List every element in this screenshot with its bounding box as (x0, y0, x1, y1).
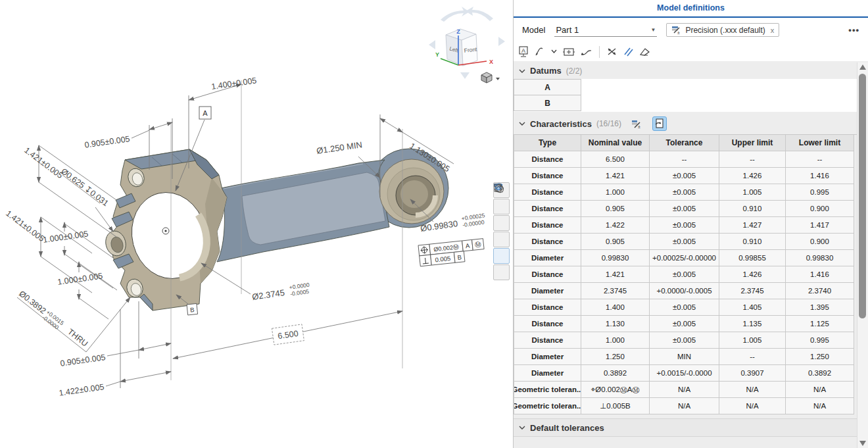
table-row[interactable]: Diameter0.99830+0.00025/-0.000000.998550… (514, 250, 857, 266)
characteristics-table: TypeNominal valueToleranceUpper limitLow… (514, 134, 857, 414)
dimension-1421-a[interactable]: 1.421±0.005 (22, 145, 116, 237)
viewport-side-toolbar (493, 182, 510, 280)
row-type-cell: Distance (514, 266, 581, 283)
row-value-cell: 1.421 (581, 168, 650, 184)
characteristics-section-header[interactable]: Characteristics (16/16) ± (514, 112, 868, 134)
dimension-tool-button[interactable] (535, 47, 545, 57)
feature-control-frame[interactable]: Ø0.002Ⓜ A Ⓜ 0.005 B (418, 239, 485, 266)
row-value-cell: N/A (650, 398, 719, 414)
table-row[interactable]: Distance1.421±0.0051.4261.416 (514, 266, 857, 283)
table-row[interactable]: Distance0.905±0.0050.9100.900 (514, 234, 857, 250)
table-row[interactable]: Distance0.905±0.0050.9100.900 (514, 201, 857, 217)
svg-text:0.905±0.005: 0.905±0.005 (60, 353, 107, 368)
pmi-table-view-button[interactable] (493, 199, 510, 214)
panel-scrollbar[interactable] (857, 62, 868, 448)
row-type-cell: Distance (514, 151, 581, 168)
scroll-down-icon[interactable] (859, 441, 866, 446)
row-type-cell: Diameter (514, 283, 581, 299)
panel-tab-model-definitions[interactable]: Model definitions (514, 0, 868, 18)
row-value-cell: +0.0015/-0.0000 (650, 365, 719, 382)
row-type-cell: Diameter (514, 250, 581, 266)
app-window: 1.400±0.005 0.905±0.005 A (0, 0, 868, 448)
row-value-cell: ±0.005 (650, 201, 719, 217)
annotation-plane-button[interactable] (493, 264, 510, 280)
display-mode-button[interactable] (481, 72, 500, 83)
curved-leader-button[interactable] (581, 47, 592, 57)
table-row[interactable]: Distance6.500------ (514, 151, 857, 168)
toolbar-divider (599, 46, 600, 58)
row-value-cell: ±0.005 (650, 299, 719, 316)
default-tolerances-section-header[interactable]: Default tolerances (514, 418, 868, 437)
row-type-cell: Distance (514, 168, 581, 184)
datum-label: B (514, 95, 581, 111)
row-value-cell: 1.395 (786, 299, 854, 316)
row-value-cell: 1.421 (581, 266, 650, 283)
dimension-1400[interactable]: 1.400±0.005 (189, 76, 257, 168)
rotate-model-button[interactable] (493, 215, 510, 231)
table-row[interactable]: Distance1.000±0.0051.0050.995 (514, 332, 857, 349)
table-row[interactable]: Distance1.130±0.0051.1351.125 (514, 316, 857, 332)
svg-text:Ø1.250 MIN: Ø1.250 MIN (316, 139, 362, 156)
display-mode-caret-icon (496, 78, 500, 80)
datum-annotation-button[interactable]: A (518, 46, 529, 57)
table-row[interactable]: Geometric toleran...⌖Ø0.002ⓂAⓂN/AN/AN/A (514, 382, 857, 398)
edit-tolerances-icon: ± (631, 119, 642, 129)
thru-hole-note[interactable]: Ø0.3892 +0.0015 -0.0000 THRU (15, 289, 130, 352)
table-row[interactable]: Distance1.000±0.0051.0050.995 (514, 184, 857, 201)
chevron-down-icon (519, 122, 525, 126)
snapshot-view-button[interactable] (493, 232, 510, 247)
row-value-cell: -- (719, 151, 786, 168)
table-row[interactable]: Diameter2.3745+0.0000/-0.00052.37452.374… (514, 283, 857, 299)
row-value-cell: MIN (650, 349, 719, 365)
row-value-cell: -- (719, 349, 786, 365)
view-cube[interactable]: Left Front Z Y X (429, 7, 505, 83)
display-state-button[interactable] (493, 248, 510, 264)
axis-z-label: Z (456, 28, 460, 35)
row-type-cell: Diameter (514, 365, 581, 382)
chip-close-button[interactable]: x (771, 26, 775, 34)
precision-chip[interactable]: ± Precision (.xxx default) x (666, 23, 779, 37)
curved-leader-icon (581, 47, 592, 57)
counterbore-note[interactable]: Ø0.625 ↧0.031 (59, 166, 113, 232)
svg-text:Ⓜ: Ⓜ (475, 241, 482, 249)
model-dropdown[interactable]: Part 1 ▼ (554, 24, 657, 37)
scrollbar-thumb[interactable] (859, 74, 866, 318)
row-value-cell: 0.995 (786, 332, 854, 349)
characteristics-table-body: Distance6.500------Distance1.421±0.0051.… (514, 151, 857, 414)
datums-section-title: Datums (530, 66, 562, 76)
scroll-up-icon[interactable] (859, 64, 866, 70)
datums-section-header[interactable]: Datums (2/2) (514, 61, 868, 79)
row-value-cell: 0.3892 (581, 365, 650, 382)
panel-content: Datums (2/2) AB Characteristics (16/16) … (514, 61, 868, 448)
parallel-distance-button[interactable] (623, 47, 633, 57)
dimension-1000-b[interactable]: 1.000±0.005 (57, 262, 117, 319)
table-row[interactable]: Distance1.400±0.0051.4051.395 (514, 299, 857, 316)
annotation-toolbar: A (514, 42, 868, 62)
3d-viewport[interactable]: 1.400±0.005 0.905±0.005 A (0, 0, 513, 448)
overflow-menu-button[interactable]: ••• (848, 25, 859, 35)
datum-row[interactable]: B (514, 95, 857, 112)
frame-annotation-button[interactable] (563, 47, 575, 57)
angle-measure-button[interactable] (607, 47, 617, 57)
svg-text:1.422±0.005: 1.422±0.005 (59, 382, 105, 398)
dimension-6500[interactable]: 6.500 (173, 311, 402, 359)
edit-tolerances-button[interactable]: ± (631, 119, 642, 129)
export-report-button[interactable] (652, 116, 667, 131)
row-value-cell: ±0.005 (650, 266, 719, 283)
table-row[interactable]: Distance1.422±0.0051.4271.417 (514, 217, 857, 234)
row-value-cell: 1.405 (719, 299, 786, 316)
row-value-cell: 1.426 (719, 266, 786, 283)
dimension-1422[interactable]: 1.422±0.005 (59, 309, 171, 398)
svg-text:1.421±0.005: 1.421±0.005 (4, 209, 46, 243)
surface-normal-button[interactable] (639, 47, 650, 57)
table-row[interactable]: Distance1.421±0.0051.4261.416 (514, 168, 857, 184)
row-value-cell: 0.910 (719, 201, 786, 217)
row-value-cell: 0.910 (719, 234, 786, 250)
dimension-tool-caret[interactable] (551, 49, 557, 54)
table-row[interactable]: Diameter0.3892+0.0015/-0.00000.39070.389… (514, 365, 857, 382)
datum-row[interactable]: A (514, 79, 857, 95)
part-model[interactable] (103, 149, 448, 311)
table-row[interactable]: Geometric toleran...⊥0.005BN/AN/AN/A (514, 398, 857, 414)
table-row[interactable]: Diameter1.250MIN--1.250 (514, 349, 857, 365)
dimension-dia-23745[interactable]: Ø2.3745 +0.0000 -0.0005 (201, 263, 311, 303)
